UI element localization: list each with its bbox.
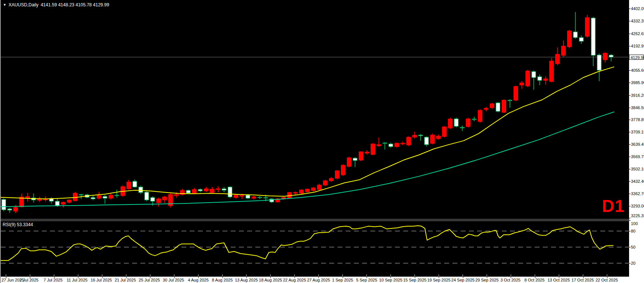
price-tick xyxy=(629,120,631,120)
rsi-axis-tick xyxy=(629,247,631,247)
date-label: 3 Oct 2025 xyxy=(500,278,520,282)
price-tick xyxy=(629,83,631,83)
date-label: 21 Jul 2025 xyxy=(115,278,136,282)
date-label: 1 Sep 2025 xyxy=(332,278,353,282)
candlestick-series xyxy=(2,12,613,213)
rsi-axis-label: 100 xyxy=(631,221,638,226)
ohlc-values: 4141.59 4148.23 4105.78 4129.99 xyxy=(41,2,109,7)
price-axis-label: 3778.85 xyxy=(631,117,644,122)
rsi-axis-label: 20 xyxy=(631,261,635,265)
chart-canvas[interactable] xyxy=(1,0,644,283)
date-label: 18 Aug 2025 xyxy=(259,278,282,282)
rsi-indicator-label: RSI(9) 53.3344 xyxy=(3,222,33,227)
price-axis-label: 3569.75 xyxy=(631,154,644,159)
date-label: 25 Jul 2025 xyxy=(139,278,160,282)
rsi-axis-label: 80 xyxy=(631,229,635,233)
price-tick xyxy=(629,95,631,96)
date-label: 19 Sep 2025 xyxy=(427,278,450,282)
price-tick xyxy=(629,181,631,182)
rsi-axis-label: 50 xyxy=(631,245,635,249)
date-label: 24 Sep 2025 xyxy=(451,278,475,282)
price-axis[interactable]: 4402.054332.354262.654192.954055.603985.… xyxy=(629,0,644,283)
price-axis-label: 3293.00 xyxy=(631,204,644,208)
chart-header: ▼ XAUUSD,Daily 4141.59 4148.23 4105.78 4… xyxy=(3,2,109,7)
trading-terminal-window: ▼ XAUUSD,Daily 4141.59 4148.23 4105.78 4… xyxy=(0,0,644,283)
date-label: 10 Sep 2025 xyxy=(379,278,402,282)
price-tick xyxy=(629,21,631,21)
panel-splitter-top[interactable] xyxy=(1,219,630,219)
date-label: 4 Aug 2025 xyxy=(188,278,209,282)
axis-corner xyxy=(629,276,644,283)
date-label: 8 Aug 2025 xyxy=(212,278,233,282)
price-axis-label: 3225.35 xyxy=(631,213,644,218)
rsi-axis-tick xyxy=(629,263,631,264)
price-tick xyxy=(629,34,631,34)
date-label: 17 Oct 2025 xyxy=(572,278,594,282)
price-tick xyxy=(629,132,631,132)
price-tick xyxy=(629,46,631,46)
price-tick xyxy=(629,194,631,194)
date-label: 2 Jul 2025 xyxy=(19,278,38,282)
price-tick xyxy=(629,218,631,218)
rsi-level-lines xyxy=(1,231,630,263)
price-axis-label: 3985.90 xyxy=(631,80,644,85)
price-tick xyxy=(629,157,631,157)
date-label: 7 Jul 2025 xyxy=(44,278,63,282)
timeframe-watermark: D1 xyxy=(602,196,625,216)
price-axis-label: 3639.45 xyxy=(631,142,644,147)
rsi-axis-tick xyxy=(629,231,631,231)
price-axis-label: 3362.70 xyxy=(631,191,644,196)
date-label: 30 Jul 2025 xyxy=(163,278,184,282)
date-label: 16 Jul 2025 xyxy=(91,278,112,282)
current-price-badge: 4129.99 xyxy=(629,55,644,60)
date-label: 5 Sep 2025 xyxy=(356,278,377,282)
date-label: 13 Oct 2025 xyxy=(547,278,570,282)
price-axis-label: 3709.15 xyxy=(631,130,644,134)
price-axis-label: 3502.10 xyxy=(631,167,644,171)
date-label: 13 Aug 2025 xyxy=(235,278,258,282)
date-label: 22 Aug 2025 xyxy=(283,278,306,282)
symbol-period-label: XAUUSD,Daily xyxy=(9,2,38,7)
price-tick xyxy=(629,108,631,108)
date-label: 11 Jul 2025 xyxy=(66,278,87,282)
panel-splitter-bottom[interactable] xyxy=(1,221,630,221)
price-axis-label: 4192.95 xyxy=(631,44,644,48)
price-tick xyxy=(629,206,631,206)
price-axis-label: 3432.40 xyxy=(631,179,644,184)
price-axis-label: 4332.35 xyxy=(631,19,644,23)
price-tick xyxy=(629,144,631,145)
date-label: 27 Aug 2025 xyxy=(307,278,330,282)
date-label: 8 Oct 2025 xyxy=(525,278,545,282)
date-label: 29 Sep 2025 xyxy=(475,278,498,282)
price-axis-label: 4262.65 xyxy=(631,31,644,36)
price-axis-label: 3846.50 xyxy=(631,105,644,110)
price-axis-label: 4402.05 xyxy=(631,6,644,11)
price-tick xyxy=(629,70,631,71)
date-label: 15 Sep 2025 xyxy=(403,278,426,282)
date-axis[interactable]: 27 Jun 20252 Jul 20257 Jul 202511 Jul 20… xyxy=(1,276,630,283)
price-tick xyxy=(629,169,631,169)
price-axis-label: 3916.20 xyxy=(631,93,644,98)
price-tick xyxy=(629,9,631,9)
date-label: 22 Oct 2025 xyxy=(595,278,618,282)
price-axis-label: 4055.60 xyxy=(631,68,644,73)
symbol-dropdown-icon[interactable]: ▼ xyxy=(3,3,6,7)
